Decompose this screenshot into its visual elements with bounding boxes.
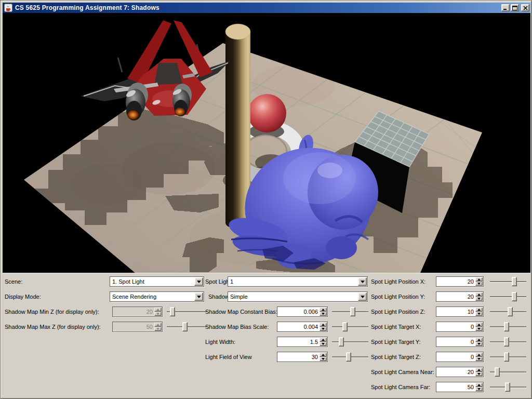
chevron-down-icon[interactable] bbox=[358, 292, 367, 301]
spinner-down-icon[interactable] bbox=[475, 342, 483, 346]
spinner-up-icon[interactable] bbox=[475, 368, 483, 372]
spot-light-position-z-slider[interactable] bbox=[490, 307, 526, 317]
spot-light-camera-far-spinner[interactable]: 50 bbox=[436, 382, 484, 392]
spot-light-combobox[interactable]: 1 bbox=[228, 276, 368, 287]
titlebar[interactable]: CS 5625 Programming Assignment 7: Shadow… bbox=[3, 3, 530, 13]
spinner-down-icon[interactable] bbox=[475, 282, 483, 286]
spinner-up-icon[interactable] bbox=[320, 353, 327, 357]
slider-thumb[interactable] bbox=[182, 322, 188, 331]
slider-thumb[interactable] bbox=[504, 352, 509, 362]
spinner-down-icon[interactable] bbox=[154, 312, 162, 316]
spot-light-position-y-label: Spot Light Position Y: bbox=[371, 291, 425, 302]
spot-light-target-y-label: Spot Light Target Y: bbox=[371, 337, 421, 347]
slider-thumb[interactable] bbox=[350, 307, 355, 316]
chevron-down-icon[interactable] bbox=[194, 277, 203, 286]
spinner-up-icon[interactable] bbox=[475, 308, 483, 312]
spinner-down-icon[interactable] bbox=[475, 357, 483, 361]
spinner-up-icon[interactable] bbox=[154, 308, 162, 312]
spot-light-camera-far-slider[interactable] bbox=[490, 382, 526, 392]
3d-viewport[interactable] bbox=[3, 13, 530, 273]
light-width-spinner[interactable]: 1.5 bbox=[277, 337, 328, 347]
spot-light-position-x-spinner[interactable]: 20 bbox=[436, 276, 484, 287]
light-width-slider[interactable] bbox=[332, 337, 368, 347]
spinner-down-icon[interactable] bbox=[154, 327, 162, 331]
spinner-down-icon[interactable] bbox=[475, 312, 483, 316]
display-mode-label: Display Mode: bbox=[5, 291, 41, 302]
spot-light-target-x-spinner[interactable]: 0 bbox=[436, 322, 484, 332]
light-field-of-view-slider[interactable] bbox=[332, 352, 368, 362]
spot-light-target-z-spinner[interactable]: 0 bbox=[436, 352, 484, 362]
spot-light-position-y-slider[interactable] bbox=[490, 291, 526, 302]
spinner-down-icon[interactable] bbox=[475, 372, 483, 376]
scene-combobox[interactable]: 1. Spot Light bbox=[110, 276, 204, 287]
spinner-up-icon[interactable] bbox=[475, 383, 483, 387]
minimize-button[interactable] bbox=[501, 4, 510, 11]
spinner-down-icon[interactable] bbox=[320, 357, 327, 361]
rendered-scene bbox=[3, 13, 530, 273]
spinner-up-icon[interactable] bbox=[475, 353, 483, 357]
spinner-down-icon[interactable] bbox=[320, 312, 327, 316]
spinner-down-icon[interactable] bbox=[475, 327, 483, 331]
spot-light-position-y-spinner[interactable]: 20 bbox=[436, 291, 484, 302]
chevron-down-icon[interactable] bbox=[194, 292, 203, 301]
window-title: CS 5625 Programming Assignment 7: Shadow… bbox=[15, 4, 159, 11]
shadow-map-max-z-spinner[interactable]: 50 bbox=[112, 322, 163, 332]
spinner-up-icon[interactable] bbox=[320, 323, 327, 327]
slider-thumb[interactable] bbox=[346, 352, 351, 362]
shadow-map-constant-bias-label: Shadow Map Constant Bias: bbox=[205, 307, 277, 317]
spot-light-camera-near-slider[interactable] bbox=[490, 367, 526, 377]
chevron-down-icon[interactable] bbox=[358, 277, 367, 286]
spinner-up-icon[interactable] bbox=[475, 323, 483, 327]
spot-light-position-x-slider[interactable] bbox=[490, 276, 526, 287]
scene-label: Scene: bbox=[5, 276, 22, 287]
spinner-up-icon[interactable] bbox=[475, 292, 483, 297]
light-field-of-view-spinner[interactable]: 30 bbox=[277, 352, 328, 362]
shadow-map-max-z-label: Shadow Map Max Z (for display only): bbox=[5, 322, 101, 332]
spot-light-camera-near-spinner[interactable]: 20 bbox=[436, 367, 484, 377]
shadow-map-bias-scale-slider[interactable] bbox=[332, 322, 368, 332]
shadow-map-min-z-spinner[interactable]: 20 bbox=[112, 307, 163, 317]
spinner-up-icon[interactable] bbox=[320, 308, 327, 312]
java-coffee-icon bbox=[4, 4, 12, 12]
slider-thumb[interactable] bbox=[512, 277, 517, 286]
shadow-map-min-z-slider[interactable] bbox=[167, 307, 207, 317]
spot-light-position-z-label: Spot Light Position Z: bbox=[371, 307, 425, 317]
spinner-up-icon[interactable] bbox=[320, 338, 327, 342]
shadow-map-bias-scale-label: Shadow Map Bias Scale: bbox=[205, 322, 269, 332]
spinner-up-icon[interactable] bbox=[154, 323, 162, 327]
shadow-map-constant-bias-spinner[interactable]: 0.006 bbox=[277, 307, 328, 317]
maximize-button[interactable] bbox=[511, 4, 519, 11]
slider-thumb[interactable] bbox=[505, 382, 510, 392]
shadow-map-bias-scale-spinner[interactable]: 0.004 bbox=[277, 322, 328, 332]
spinner-down-icon[interactable] bbox=[320, 342, 327, 346]
app-window: CS 5625 Programming Assignment 7: Shadow… bbox=[0, 0, 532, 399]
display-mode-combobox[interactable]: Scene Rendering bbox=[110, 291, 204, 302]
shadow-map-mode-combobox[interactable]: Simple bbox=[228, 291, 368, 302]
spinner-up-icon[interactable] bbox=[475, 338, 483, 342]
slider-thumb[interactable] bbox=[508, 307, 513, 316]
slider-thumb[interactable] bbox=[504, 337, 509, 347]
slider-thumb[interactable] bbox=[339, 337, 344, 347]
spinner-down-icon[interactable] bbox=[475, 387, 483, 391]
spot-light-target-x-slider[interactable] bbox=[490, 322, 526, 332]
spot-light-target-z-slider[interactable] bbox=[490, 352, 526, 362]
slider-thumb[interactable] bbox=[512, 292, 517, 301]
spot-light-position-z-spinner[interactable]: 10 bbox=[436, 307, 484, 317]
spinner-down-icon[interactable] bbox=[475, 297, 483, 301]
spinner-down-icon[interactable] bbox=[320, 327, 327, 331]
slider-thumb[interactable] bbox=[342, 322, 348, 331]
spot-light-target-y-spinner[interactable]: 0 bbox=[436, 337, 484, 347]
close-button[interactable] bbox=[521, 4, 529, 11]
spot-light-target-y-slider[interactable] bbox=[490, 337, 526, 347]
shadow-map-constant-bias-slider[interactable] bbox=[332, 307, 368, 317]
sphere bbox=[248, 94, 286, 132]
shadow-map-max-z-slider[interactable] bbox=[167, 322, 207, 332]
spinner-up-icon[interactable] bbox=[475, 277, 483, 282]
control-panel: Scene: 1. Spot Light Display Mode: Scene… bbox=[3, 273, 530, 397]
slider-thumb[interactable] bbox=[504, 322, 509, 331]
shadow-map-min-z-label: Shadow Map Min Z (for display only): bbox=[5, 307, 99, 317]
slider-thumb[interactable] bbox=[170, 307, 175, 316]
slider-thumb[interactable] bbox=[495, 367, 500, 377]
spot-light-camera-near-label: Spot Light Camera Near: bbox=[371, 367, 434, 377]
spot-light-position-x-label: Spot Light Position X: bbox=[371, 276, 425, 287]
